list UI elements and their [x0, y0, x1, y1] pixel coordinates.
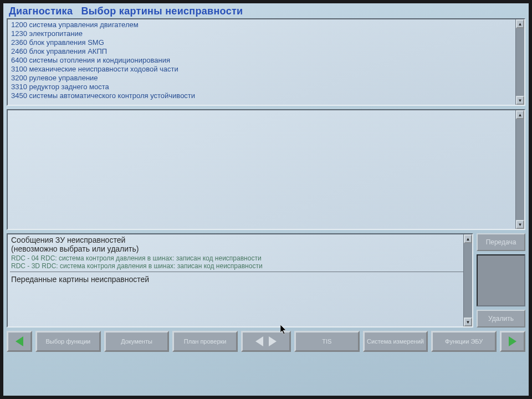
title-sub: Выбор картины неисправности: [81, 6, 243, 17]
app-screen: Диагностика Выбор картины неисправности …: [3, 3, 529, 396]
nav-next-button[interactable]: [500, 331, 525, 352]
message-line: RDC - 04 RDC: система контроля давления …: [8, 254, 472, 262]
system-item[interactable]: 3100 механические неисправности ходовой …: [11, 65, 514, 74]
toolbar: Выбор функции Документы План проверки TI…: [3, 331, 529, 356]
divider: [10, 272, 470, 272]
tis-button[interactable]: TIS: [294, 331, 360, 352]
messages-panel: Сообщения ЗУ неисправностей (невозможно …: [7, 233, 473, 328]
scroll-down-icon[interactable]: ▼: [516, 96, 524, 105]
system-item[interactable]: 3310 редуктор заднего моста: [11, 83, 514, 91]
triangle-left-icon: [16, 336, 23, 346]
documents-button[interactable]: Документы: [104, 331, 170, 352]
scroll-up-icon[interactable]: ▲: [516, 19, 524, 28]
test-plan-button[interactable]: План проверки: [172, 331, 238, 352]
side-buttons: Передача Удалить: [477, 233, 525, 328]
select-function-button[interactable]: Выбор функции: [35, 331, 101, 352]
messages-scrollbar[interactable]: ▲ ▼: [463, 234, 472, 326]
systems-list: 1200 система управления двигателем1230 э…: [8, 19, 524, 103]
side-spacer: [477, 254, 525, 306]
systems-panel: 1200 система управления двигателем1230 э…: [7, 18, 525, 106]
system-item[interactable]: 1230 электропитание: [11, 29, 514, 38]
system-item[interactable]: 1200 система управления двигателем: [11, 21, 514, 29]
message-line: RDC - 3D RDC: система контроля давления …: [8, 262, 472, 270]
system-item[interactable]: 3450 системы автоматического контроля ус…: [11, 91, 514, 100]
triangle-right-icon: [509, 336, 516, 346]
triangle-right-icon: [269, 336, 277, 346]
system-item[interactable]: 2460 блок управления АКПП: [11, 47, 514, 56]
middle-panel: ▲ ▼: [7, 109, 525, 230]
triangle-left-icon: [255, 336, 263, 346]
transmit-button[interactable]: Передача: [477, 233, 525, 251]
title-main: Диагностика: [9, 6, 73, 17]
measurement-system-button[interactable]: Система измерений: [363, 331, 428, 352]
middle-scrollbar[interactable]: ▲ ▼: [515, 110, 524, 229]
middle-content: [8, 110, 524, 114]
lower-row: Сообщения ЗУ неисправностей (невозможно …: [7, 233, 525, 328]
scroll-down-icon[interactable]: ▼: [464, 318, 472, 326]
system-item[interactable]: 3200 рулевое управление: [11, 74, 514, 83]
nav-pair-button[interactable]: [241, 331, 291, 352]
nav-prev-button[interactable]: [7, 331, 32, 352]
messages-header: Сообщения ЗУ неисправностей: [8, 234, 472, 244]
scroll-up-icon[interactable]: ▲: [464, 234, 472, 243]
title-bar: Диагностика Выбор картины неисправности: [3, 3, 529, 18]
messages-subheader: (невозможно выбрать или удалить): [8, 244, 472, 254]
transmitted-header: Переданные картины неисправностей: [8, 274, 472, 285]
scroll-track[interactable]: [464, 243, 472, 318]
system-item[interactable]: 6400 системы отопления и кондиционирован…: [11, 56, 514, 65]
scroll-track[interactable]: [516, 119, 524, 220]
delete-button[interactable]: Удалить: [477, 310, 525, 328]
systems-scrollbar[interactable]: ▲ ▼: [515, 19, 524, 105]
ecu-functions-button[interactable]: Функции ЭБУ: [431, 331, 497, 352]
system-item[interactable]: 2360 блок управления SMG: [11, 38, 514, 47]
scroll-up-icon[interactable]: ▲: [516, 110, 524, 119]
scroll-down-icon[interactable]: ▼: [516, 220, 524, 229]
scroll-track[interactable]: [516, 28, 524, 96]
